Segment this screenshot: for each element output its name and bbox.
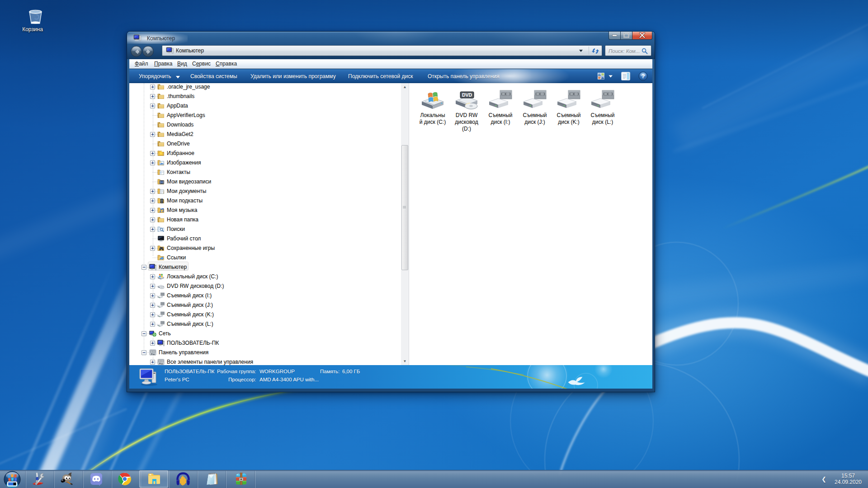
svg-text:DVD: DVD	[462, 92, 472, 98]
svg-text:?: ?	[642, 73, 645, 80]
